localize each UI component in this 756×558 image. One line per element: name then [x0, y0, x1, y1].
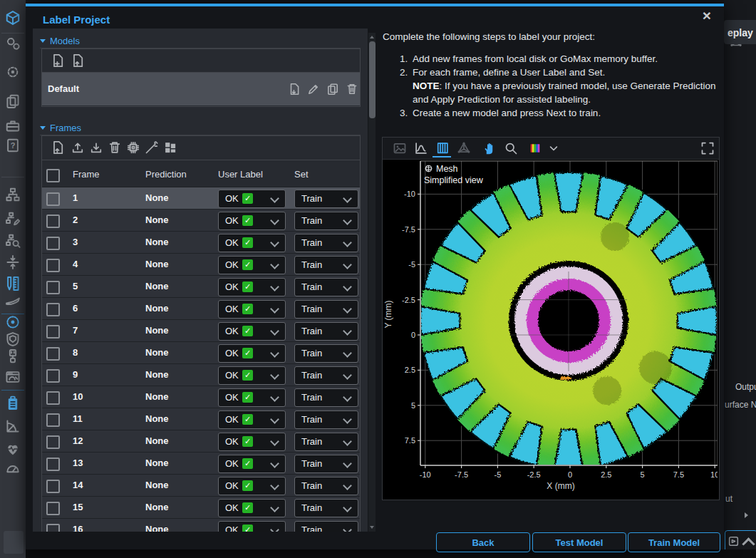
help-book-icon[interactable]: ?	[5, 138, 21, 153]
table-row[interactable]: 15 None OK ✓ Train	[42, 496, 360, 518]
clipboard-icon[interactable]	[5, 396, 21, 411]
user-label-dropdown[interactable]: OK ✓	[218, 410, 286, 429]
user-label-dropdown[interactable]: OK ✓	[218, 256, 286, 274]
duplicate-model-icon[interactable]	[326, 83, 339, 95]
replay-button[interactable]: eplay	[724, 20, 756, 44]
grid-view-icon[interactable]	[163, 140, 177, 155]
new-model-file-icon[interactable]	[51, 53, 65, 68]
select-all-checkbox[interactable]	[46, 169, 60, 182]
row-checkbox[interactable]	[46, 369, 60, 383]
user-label-dropdown[interactable]: OK ✓	[218, 278, 286, 296]
user-label-dropdown[interactable]: OK ✓	[218, 433, 286, 451]
row-checkbox[interactable]	[46, 303, 60, 316]
colormap-dropdown-icon[interactable]	[547, 141, 561, 155]
sidebar-bottom-button[interactable]	[4, 531, 24, 554]
table-row[interactable]: 2 None OK ✓ Train	[42, 209, 360, 231]
user-label-dropdown[interactable]: OK ✓	[218, 388, 286, 407]
user-label-dropdown[interactable]: OK ✓	[218, 234, 286, 252]
table-row[interactable]: 16 None OK ✓ Train	[42, 518, 360, 532]
upload-frames-icon[interactable]	[71, 140, 85, 155]
manage-gears-icon[interactable]	[5, 36, 21, 51]
table-row[interactable]: 12 None OK ✓ Train	[42, 430, 360, 452]
set-dropdown[interactable]: Train	[294, 256, 358, 274]
test-model-button[interactable]: Test Model	[532, 532, 626, 552]
gauge-icon[interactable]	[5, 460, 21, 475]
table-row[interactable]: 3 None OK ✓ Train	[42, 231, 360, 253]
set-dropdown[interactable]: Train	[294, 366, 358, 385]
protractor-icon[interactable]	[5, 418, 21, 434]
set-dropdown[interactable]: Train	[294, 212, 358, 230]
profile-view-icon[interactable]	[414, 141, 428, 155]
model-row-default[interactable]: Default	[42, 73, 360, 105]
scan-viewer[interactable]: -10-7.5-5-2.502.557.5-10-7.5-5-2.502.557…	[382, 137, 720, 500]
settings-gear-icon[interactable]	[5, 64, 21, 80]
set-dropdown[interactable]: Train	[294, 410, 358, 429]
chevron-up-icon[interactable]	[742, 537, 755, 550]
image-view-icon[interactable]	[393, 141, 407, 155]
pan-tool-icon[interactable]	[482, 141, 497, 155]
row-checkbox[interactable]	[46, 215, 60, 228]
user-label-dropdown[interactable]: OK ✓	[218, 300, 286, 319]
export-model-icon[interactable]	[288, 83, 301, 95]
set-dropdown[interactable]: Train	[294, 322, 358, 341]
row-checkbox[interactable]	[46, 259, 60, 272]
scroll-down-icon[interactable]	[370, 526, 374, 529]
set-dropdown[interactable]: Train	[294, 388, 358, 407]
table-row[interactable]: 7 None OK ✓ Train	[42, 319, 360, 341]
gear-heightmap-plot[interactable]: -10-7.5-5-2.502.557.5-10-7.5-5-2.502.557…	[383, 159, 718, 499]
utility-knife-icon[interactable]	[5, 293, 21, 309]
download-frames-icon[interactable]	[89, 140, 103, 155]
set-dropdown[interactable]: Train	[294, 234, 358, 252]
toolbox-icon[interactable]	[5, 118, 21, 133]
set-dropdown[interactable]: Train	[294, 477, 358, 495]
fullscreen-icon[interactable]	[700, 141, 715, 155]
user-label-dropdown[interactable]: OK ✓	[218, 322, 286, 341]
user-label-dropdown[interactable]: OK ✓	[218, 455, 286, 473]
user-label-dropdown[interactable]: OK ✓	[218, 366, 286, 385]
apply-prediction-icon[interactable]	[145, 140, 159, 155]
close-icon[interactable]: ×	[699, 8, 715, 24]
scroll-up-icon[interactable]	[370, 36, 374, 38]
shield-box-icon[interactable]	[5, 331, 21, 347]
set-dropdown[interactable]: Train	[294, 433, 358, 451]
add-frame-file-icon[interactable]	[51, 140, 65, 155]
set-dropdown[interactable]: Train	[294, 300, 358, 319]
frames-section-header[interactable]: Frames	[40, 123, 81, 133]
panel-glyph-icon[interactable]	[727, 535, 740, 547]
set-dropdown[interactable]: Train	[294, 521, 358, 532]
row-checkbox[interactable]	[46, 413, 60, 427]
set-dropdown[interactable]: Train	[294, 344, 358, 363]
table-row[interactable]: 8 None OK ✓ Train	[42, 341, 360, 363]
row-checkbox[interactable]	[46, 192, 60, 206]
table-row[interactable]: 4 None OK ✓ Train	[42, 253, 360, 275]
set-dropdown[interactable]: Train	[294, 455, 358, 473]
expand-right-icon[interactable]	[745, 512, 748, 518]
table-row[interactable]: 6 None OK ✓ Train	[42, 297, 360, 319]
table-row[interactable]: 11 None OK ✓ Train	[42, 408, 360, 430]
user-label-dropdown[interactable]: OK ✓	[218, 477, 286, 495]
user-label-dropdown[interactable]: OK ✓	[218, 344, 286, 363]
sensor-ring-icon[interactable]	[5, 314, 21, 330]
models-section-header[interactable]: Models	[40, 36, 80, 46]
usb-plug-icon[interactable]	[5, 348, 21, 364]
back-button[interactable]: Back	[436, 532, 530, 552]
row-checkbox[interactable]	[46, 391, 60, 405]
set-dropdown[interactable]: Train	[294, 278, 358, 296]
table-row[interactable]: 1 None OK ✓ Train	[42, 187, 360, 209]
network-edit-icon[interactable]	[5, 211, 21, 227]
row-checkbox[interactable]	[46, 325, 60, 339]
train-model-button[interactable]: Train Model	[628, 532, 720, 552]
zoom-tool-icon[interactable]	[504, 141, 518, 155]
measure-tools-icon[interactable]	[5, 276, 21, 291]
row-checkbox[interactable]	[46, 347, 60, 361]
edit-model-icon[interactable]	[307, 83, 320, 95]
table-row[interactable]: 13 None OK ✓ Train	[42, 452, 360, 474]
documents-icon[interactable]	[5, 93, 21, 109]
load-model-file-icon[interactable]	[71, 53, 85, 68]
row-checkbox[interactable]	[46, 502, 60, 515]
user-label-dropdown[interactable]: OK ✓	[218, 212, 286, 230]
network-icon[interactable]	[5, 187, 21, 202]
table-row[interactable]: 10 None OK ✓ Train	[42, 386, 360, 408]
user-label-dropdown[interactable]: OK ✓	[218, 521, 286, 532]
table-row[interactable]: 5 None OK ✓ Train	[42, 275, 360, 297]
